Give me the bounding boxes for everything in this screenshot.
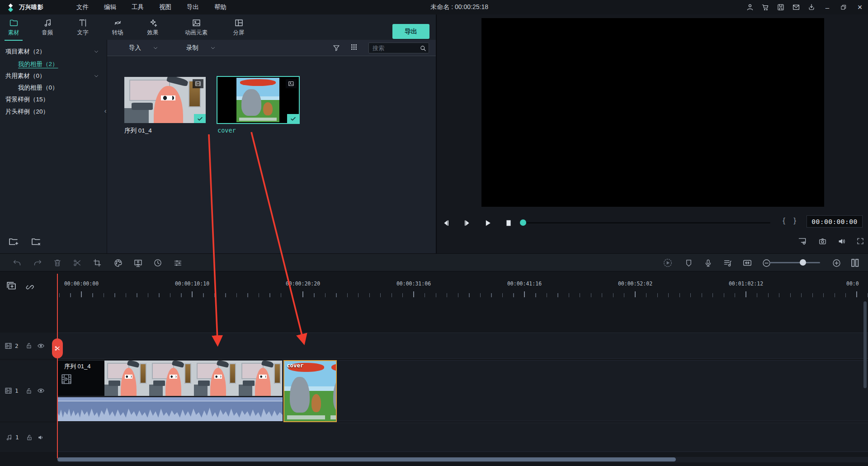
- sidebar-item-project-media[interactable]: 项目素材（2）: [5, 46, 46, 57]
- video-track-2-lane[interactable]: [0, 333, 868, 359]
- marker-icon[interactable]: [682, 257, 695, 268]
- record-button[interactable]: 录制: [186, 44, 198, 52]
- menu-help[interactable]: 帮助: [207, 0, 234, 14]
- delete-folder-icon[interactable]: [31, 236, 42, 247]
- playhead-scissors-handle[interactable]: [52, 338, 63, 358]
- media-panel: 导入 录制 序列 01_4: [107, 40, 436, 253]
- chevron-down-icon[interactable]: [93, 46, 100, 57]
- delete-icon[interactable]: [51, 257, 64, 268]
- app-logo-icon: [6, 3, 15, 12]
- chevron-down-icon[interactable]: [93, 71, 100, 81]
- crop-icon[interactable]: [90, 257, 104, 268]
- tab-effects[interactable]: 效果: [132, 17, 174, 40]
- ruler-label: 00:00:00:00: [54, 281, 108, 287]
- grid-view-icon[interactable]: [350, 43, 358, 52]
- import-chevron-icon[interactable]: [153, 45, 158, 51]
- store-cart-icon[interactable]: [758, 0, 773, 14]
- save-icon[interactable]: [773, 0, 788, 14]
- lock-track-icon[interactable]: [23, 342, 35, 349]
- lock-track-icon[interactable]: [24, 434, 35, 441]
- audio-track-1-lane[interactable]: [0, 423, 868, 452]
- link-icon[interactable]: [26, 282, 35, 291]
- tab-elements[interactable]: 动画元素: [174, 17, 219, 40]
- timeline-zoom-slider[interactable]: [769, 262, 820, 263]
- library-sidebar: 项目素材（2） 我的相册（2） 共用素材（0） 我的相册（0） 背景样例（15）…: [0, 40, 107, 253]
- color-correction-icon[interactable]: [111, 257, 125, 268]
- timeline-clip-cover[interactable]: cover: [283, 360, 337, 422]
- redo-icon[interactable]: [31, 257, 44, 268]
- timeline-h-scrollbar[interactable]: [57, 457, 868, 462]
- preview-seek-handle[interactable]: [520, 219, 526, 226]
- audio-mixer-icon[interactable]: [721, 257, 734, 268]
- video-track-icon: [5, 342, 12, 350]
- dual-panel-icon[interactable]: [848, 257, 862, 268]
- speed-clock-icon[interactable]: [151, 257, 165, 268]
- toggle-visibility-icon[interactable]: [35, 342, 47, 350]
- preview-seek-bar[interactable]: [526, 222, 770, 223]
- lock-track-icon[interactable]: [23, 387, 35, 395]
- display-settings-icon[interactable]: [795, 234, 810, 248]
- sidebar-item-my-album-project[interactable]: 我的相册（2）: [18, 59, 58, 70]
- sidebar-item-intro-samples[interactable]: 片头样例（20）: [5, 106, 49, 117]
- sidebar-item-shared-media[interactable]: 共用素材（0）: [5, 71, 46, 81]
- mark-out-icon[interactable]: }: [790, 216, 799, 225]
- menu-export[interactable]: 导出: [179, 0, 207, 14]
- mark-in-icon[interactable]: {: [779, 216, 788, 225]
- playhead-line[interactable]: [57, 274, 58, 458]
- minimize-button[interactable]: –: [819, 0, 835, 14]
- volume-icon[interactable]: [834, 234, 849, 248]
- media-item-sequence[interactable]: [124, 77, 206, 123]
- audio-track-icon: [5, 434, 13, 441]
- import-button[interactable]: 导入: [129, 44, 141, 52]
- fit-timeline-icon[interactable]: [741, 257, 754, 268]
- tab-split-screen[interactable]: 分屏: [218, 17, 259, 40]
- stop-button[interactable]: [501, 216, 516, 230]
- sidebar-item-my-album-shared[interactable]: 我的相册（0）: [18, 82, 58, 93]
- media-item-cover[interactable]: [217, 77, 299, 123]
- previous-frame-button[interactable]: [439, 216, 454, 230]
- add-track-icon[interactable]: [5, 281, 17, 292]
- toggle-visibility-icon[interactable]: [35, 387, 47, 395]
- snapshot-camera-icon[interactable]: [815, 234, 830, 248]
- library-tab-bar: 素材 音频 文字 转场 效果 动画元素 分屏 导出: [0, 14, 436, 40]
- timeline-toolbar: [0, 253, 868, 271]
- voiceover-mic-icon[interactable]: [701, 257, 715, 268]
- preview-panel: { } 00:00:00:00: [436, 14, 868, 253]
- video-type-icon: [193, 79, 203, 88]
- timeline-h-scroll-thumb[interactable]: [57, 457, 676, 461]
- pip-presenter-icon[interactable]: [131, 257, 145, 268]
- timeline-v-scrollbar[interactable]: [863, 301, 867, 388]
- play-button[interactable]: [480, 216, 495, 230]
- render-preview-icon[interactable]: [661, 257, 675, 268]
- mute-track-icon[interactable]: [35, 434, 47, 441]
- menu-tools[interactable]: 工具: [124, 0, 151, 14]
- search-icon[interactable]: [419, 44, 427, 52]
- ruler-label: 00:00:10:10: [165, 281, 219, 287]
- clip-audio-waveform: [57, 397, 283, 421]
- add-folder-icon[interactable]: [8, 236, 19, 247]
- preview-timecode: 00:00:00:00: [807, 215, 863, 228]
- menu-file[interactable]: 文件: [69, 0, 96, 14]
- adjust-parameters-icon[interactable]: [171, 257, 184, 268]
- tab-label: 动画元素: [174, 29, 219, 37]
- menu-view[interactable]: 视图: [151, 0, 179, 14]
- filter-icon[interactable]: [332, 44, 340, 52]
- record-chevron-icon[interactable]: [210, 45, 216, 51]
- restore-button[interactable]: [835, 0, 852, 14]
- sidebar-item-background-samples[interactable]: 背景样例（15）: [5, 94, 49, 105]
- media-item-label: cover: [217, 127, 303, 134]
- download-icon[interactable]: [804, 0, 819, 14]
- close-button[interactable]: ×: [852, 0, 868, 14]
- undo-icon[interactable]: [10, 257, 24, 268]
- account-icon[interactable]: [742, 0, 758, 14]
- timeline-zoom-handle[interactable]: [800, 259, 806, 266]
- fullscreen-icon[interactable]: [853, 234, 868, 248]
- zoom-in-icon[interactable]: [830, 257, 843, 268]
- preview-video-area: [481, 18, 824, 207]
- menu-edit[interactable]: 编辑: [96, 0, 124, 14]
- timeline-clip-sequence[interactable]: 序列 01_4: [57, 360, 283, 421]
- export-button[interactable]: 导出: [392, 24, 429, 39]
- next-frame-button[interactable]: [459, 216, 475, 230]
- mail-icon[interactable]: [788, 0, 804, 14]
- split-scissors-icon[interactable]: [71, 257, 84, 268]
